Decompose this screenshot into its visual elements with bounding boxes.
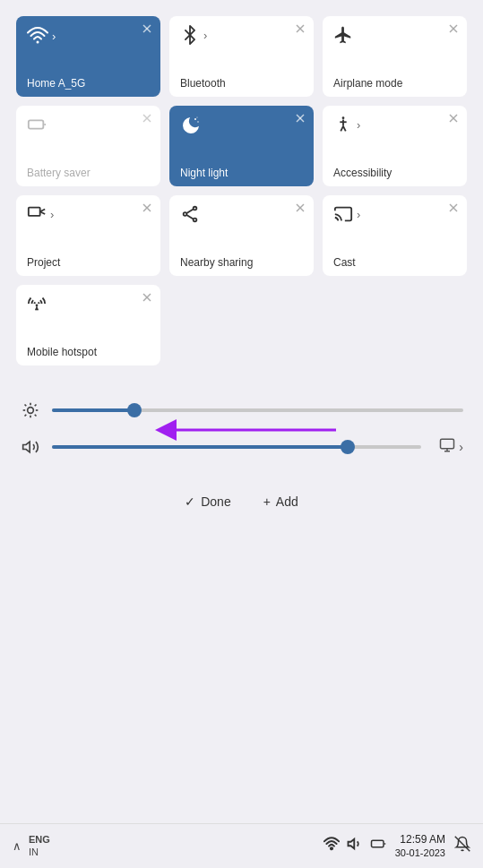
volume-taskbar-icon[interactable] [347, 836, 363, 855]
volume-chevron[interactable]: › [459, 440, 463, 454]
nearbysharing-icon-row [180, 204, 303, 224]
project-icon [27, 204, 47, 224]
tile-airplane[interactable]: Airplane mode [323, 16, 467, 97]
nightlight-pin [294, 112, 306, 125]
wifi-chevron: › [52, 30, 56, 43]
project-icon-row: › [27, 204, 150, 224]
bluetooth-pin [294, 22, 306, 35]
accessibility-chevron: › [357, 118, 360, 132]
tile-accessibility[interactable]: › Accessibility [323, 106, 467, 186]
cast-icon-row: › [333, 204, 456, 224]
svg-point-2 [37, 41, 39, 44]
add-label: Add [276, 494, 298, 509]
accessibility-icon-row: › [333, 115, 456, 134]
svg-point-14 [197, 121, 198, 122]
taskbar-system-icons [323, 836, 386, 855]
svg-rect-25 [29, 208, 40, 216]
done-label: Done [201, 494, 230, 509]
wifi-label: Home A_5G [27, 73, 85, 90]
chevron-up-icon[interactable]: ∧ [13, 839, 22, 853]
unpin-icon [294, 202, 306, 214]
airplane-pin [447, 22, 460, 35]
wifi-icon [27, 25, 48, 47]
unpin-icon [447, 22, 460, 35]
svg-line-52 [25, 415, 27, 417]
svg-rect-55 [441, 439, 454, 449]
taskbar: ∧ ENG IN [0, 823, 483, 868]
svg-line-22 [343, 126, 346, 132]
language-code: ENG [29, 834, 50, 846]
svg-rect-60 [371, 841, 384, 848]
moon-icon [180, 115, 202, 136]
tile-project[interactable]: › Project [16, 195, 160, 276]
battery-icon-row [27, 115, 150, 134]
svg-point-18 [342, 116, 345, 119]
unpin-icon [447, 112, 460, 125]
taskbar-datetime: 12:59 AM 30-01-2023 [395, 833, 445, 860]
tile-wifi[interactable]: › Home A_5G [16, 16, 160, 97]
notification-icon[interactable] [454, 836, 470, 855]
bluetooth-chevron: › [203, 29, 207, 42]
cast-pin [447, 202, 460, 214]
done-icon: ✓ [185, 494, 195, 509]
tile-cast[interactable]: › Cast [323, 195, 467, 276]
battery-icon [27, 115, 47, 134]
battery-taskbar-icon[interactable] [370, 836, 386, 855]
wifi-taskbar-icon[interactable] [323, 836, 340, 855]
svg-point-13 [194, 118, 196, 120]
brightness-slider[interactable] [52, 401, 463, 419]
bluetooth-label: Bluetooth [180, 73, 226, 90]
wifi-pin [141, 22, 153, 35]
unpin-icon [141, 291, 153, 304]
svg-rect-9 [29, 120, 44, 128]
tile-nightlight[interactable]: Night light [169, 106, 314, 186]
svg-line-48 [25, 405, 27, 407]
battery-pin [141, 112, 153, 125]
done-button[interactable]: ✓ Done [185, 494, 230, 509]
unpin-icon [141, 112, 153, 125]
taskbar-time-value: 12:59 AM [395, 833, 445, 847]
add-button[interactable]: + Add [263, 494, 298, 509]
volume-slider[interactable] [52, 438, 421, 456]
share-icon [180, 204, 200, 224]
project-pin [141, 202, 153, 214]
unpin-icon [141, 202, 153, 214]
svg-point-30 [194, 207, 197, 211]
hotspot-icon [27, 294, 47, 314]
battery-label: Battery saver [27, 163, 91, 179]
svg-line-53 [35, 405, 37, 407]
svg-point-15 [197, 117, 198, 118]
project-chevron: › [50, 208, 54, 221]
nearbysharing-label: Nearby sharing [180, 253, 253, 269]
region-code: IN [29, 847, 50, 858]
svg-line-34 [186, 215, 193, 219]
svg-line-49 [35, 415, 37, 417]
volume-slider-row: › [20, 437, 463, 457]
tile-nearbysharing[interactable]: Nearby sharing [169, 195, 314, 276]
airplane-icon-row [333, 25, 456, 45]
cast-icon [333, 204, 353, 224]
cast-label: Cast [333, 253, 356, 269]
hotspot-label: Mobile hotspot [27, 342, 97, 358]
bluetooth-icon-row: › [180, 25, 303, 45]
airplane-label: Airplane mode [333, 73, 402, 90]
svg-marker-54 [23, 442, 30, 452]
accessibility-label: Accessibility [333, 163, 392, 179]
tile-battery[interactable]: Battery saver [16, 106, 160, 186]
unpin-icon [141, 22, 153, 35]
bluetooth-icon [180, 25, 200, 45]
tile-mobilehotspot[interactable]: Mobile hotspot [16, 285, 160, 365]
tiles-grid: › Home A_5G › [16, 16, 467, 365]
tile-bluetooth[interactable]: › Bluetooth [169, 16, 314, 97]
language-indicator: ENG IN [29, 834, 50, 857]
brightness-icon [20, 401, 41, 419]
svg-point-31 [184, 212, 187, 216]
svg-point-58 [331, 848, 332, 850]
svg-point-32 [194, 219, 197, 222]
svg-marker-59 [348, 839, 354, 849]
hotspot-icon-row [27, 294, 150, 314]
svg-line-33 [186, 210, 193, 214]
add-icon: + [263, 494, 271, 509]
unpin-icon [294, 112, 306, 125]
nightlight-label: Night light [180, 163, 228, 179]
